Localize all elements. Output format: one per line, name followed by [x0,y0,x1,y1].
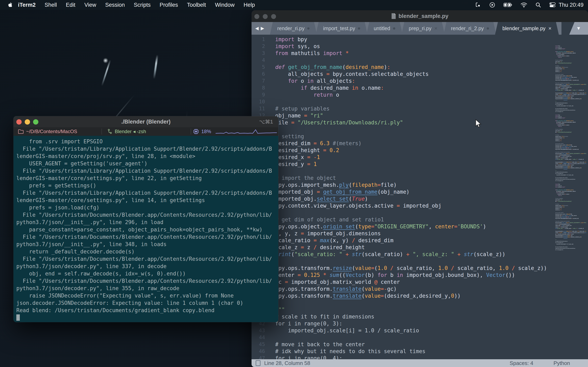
terminal-line: raise JSONDecodeError("Expecting value",… [16,292,278,299]
code-line: for i in range(0, 4): [555,111,586,112]
cursor-position[interactable]: Line 28, Column 58 [264,360,310,366]
code-line [555,196,586,198]
line-number: 1 [251,36,265,43]
menu-item-toolbelt[interactable]: Toolbelt [182,2,210,8]
menu-item-window[interactable]: Window [210,2,239,8]
menu-items: iTerm2ShellEditViewSessionScriptsProfile… [13,2,259,8]
terminal-window-title: ./Blender (Blender) [13,116,278,127]
code-line: def get_obj_from_name(desired_name): [555,120,586,122]
tab-modified-dot-icon[interactable] [487,27,489,30]
tab-label: prep_ri.py [409,25,432,31]
code-line: print("scale_ratio: " + str(scale_ratio)… [555,90,586,91]
menu-item-shell[interactable]: Shell [40,2,61,8]
terminal-line: json.decoder.JSONDecodeError: Expecting … [16,299,278,307]
tab-close-icon[interactable]: × [434,26,437,31]
paint-streak [101,59,111,86]
tab-blender_sample.py[interactable]: blender_sample.py× [495,22,559,35]
code-line: # move it back to the center [555,108,586,109]
spotlight-search-icon[interactable] [535,2,541,8]
code-line: imported_obj.select_set(True) [275,195,547,202]
code-line: import bpy [555,45,586,47]
code-line: desired_x = -1 [555,139,586,140]
terminal-line: File "/Users/tristan/Documents/Blender.a… [16,277,278,285]
menu-item-iterm2[interactable]: iTerm2 [13,2,40,8]
screenshot-icon[interactable] [475,2,481,8]
terminal-line: lenderGIS-master/core/settings.py", line… [16,197,278,204]
code-line: x, y, z = imported_obj.dimensions [555,224,586,225]
code-line [555,100,586,101]
code-line: bpy.ops.transform.translate(value=(desir… [275,292,547,299]
code-line [555,238,586,239]
code-line: # setup variables [555,59,586,61]
code-line: imported_obj.scale[i] = 1.0 / scale_rati… [555,105,586,107]
code-line: gc = imported_obj.matrix_world @ center [555,164,586,166]
code-line: bpy.ops.transform.resize(value=(1.0 / sc… [555,92,586,94]
code-line: desired_y = 1 [555,71,586,72]
editor-window-title: blender_sample.py [398,13,449,19]
code-line [555,58,586,59]
code-line: x, y, z = imported_obj.dimensions [275,230,547,237]
menu-item-help[interactable]: Help [239,2,259,8]
menu-item-scripts[interactable]: Scripts [129,2,155,8]
indent-setting[interactable]: Spaces: 4 [510,360,533,366]
menu-item-view[interactable]: View [80,2,101,8]
tab-bar: ◀ ▶ render_ri.pyimport_test.pyuntitledpr… [251,22,588,35]
code-text[interactable]: import bpyimport sys, osfrom mathutils i… [275,36,547,359]
code-line: # idk why but it needs to do this severa… [555,179,586,180]
code-line: desired_height = 0.2 [555,206,586,208]
code-line: desired_height = 0.2 [555,68,586,69]
minimap[interactable]: import bpyimport sys, osfrom mathutils i… [555,45,586,357]
terminal-line: python3.7/json/__init__.py", line 348, i… [16,241,278,248]
tab-modified-dot-icon[interactable] [358,27,360,30]
syntax-setting[interactable]: Python [553,360,570,366]
battery-charging-icon[interactable] [503,2,512,7]
tab-prep_ri.py[interactable]: prep_ri.py× [401,22,445,35]
tab-close-icon[interactable]: × [548,26,552,31]
minimap-gap [555,182,586,184]
menu-bar-clock[interactable]: Thu 20:49 [559,0,584,10]
code-line [555,81,586,82]
tab-render_ri.py[interactable]: render_ri.py [270,22,317,35]
terminal-output[interactable]: from .srv import EPSGIO File "/Users/tri… [13,136,278,322]
vintage-mode-icon[interactable] [256,360,260,366]
code-line: center = 0.125 * sum((Vector(b) for b in… [555,94,586,95]
tab-scroll-left-icon[interactable]: ◀ [255,26,259,31]
code-editor-area[interactable]: 1234567891011121314151617181920212223242… [251,35,588,359]
code-line: # setup variables [555,198,586,199]
code-line: imported_obj.select_set(True) [555,147,586,149]
tab-modified-dot-icon[interactable] [307,27,310,30]
code-line: file = "/Users/tristan/Downloads/ri.ply" [555,201,586,202]
minimap-gap [555,250,586,253]
terminal-line: return _default_decoder.decode(s) [16,248,278,255]
line-number: 3 [251,50,265,57]
menu-status-icons [475,0,556,10]
code-line: scale_ratio = max(x, y) / desired_dim [555,87,586,88]
code-line: for o in all_objects: [555,192,586,193]
play-circle-icon[interactable] [489,2,495,8]
menu-item-edit[interactable]: Edit [61,2,80,8]
tab-scroll-right-icon[interactable]: ▶ [261,26,264,31]
terminal-title-bar: ./Blender (Blender) ⌥⌘1 [13,116,278,127]
code-line: def get_obj_from_name(desired_name): [555,189,586,191]
code-line: """ [555,170,586,171]
menu-item-profiles[interactable]: Profiles [155,2,182,8]
code-line [555,64,586,65]
code-line: obj_name = "ri" [555,61,586,62]
tab-import_test.py[interactable]: import_test.py [316,22,367,35]
terminal-line: Read blend: /Users/tristan/Documents/gra… [16,307,278,314]
terminal-session-name: Blender ◂ -zsh [115,129,146,134]
control-center-icon[interactable] [549,2,556,8]
wifi-icon[interactable] [521,2,527,8]
tab-render_ri_2.py[interactable]: render_ri_2.py [443,22,496,35]
tab-label: render_ri_2.py [451,25,484,31]
code-line: center = 0.125 * sum((Vector(b) for b in… [555,163,586,164]
code-line: bpy.ops.object.origin_set(type="ORIGIN_G… [555,222,586,224]
code-line: for o in all_objects: [275,77,547,84]
code-line: desired_dim = 6.3 #(meters) [275,140,547,147]
apple-menu-icon[interactable] [8,2,13,8]
tab-modified-dot-icon[interactable] [393,27,395,30]
code-line: print("scale_ratio: " + str(scale_ratio)… [555,228,586,229]
line-number: 47 [251,355,265,359]
tab-untitled[interactable]: untitled [366,22,403,35]
menu-item-session[interactable]: Session [101,2,129,8]
